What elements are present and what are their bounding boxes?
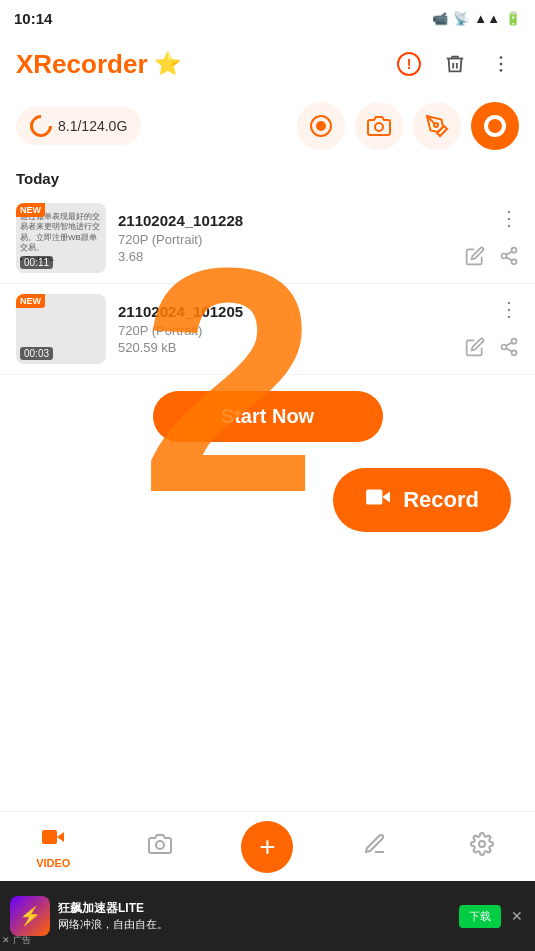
svg-point-5 [317,122,325,130]
svg-line-20 [506,342,512,345]
record-circle-btn[interactable] [471,102,519,150]
header-logo: XRecorder ⭐ [16,49,181,80]
storage-text: 8.1/124.0G [58,118,127,134]
recording-name-1: 21102024_101228 [118,212,453,229]
cast-icon: 📡 [453,11,469,26]
ad-download-button[interactable]: 下载 [459,905,501,928]
header-actions: ! [391,46,519,82]
camera-status-icon: 📹 [432,11,448,26]
record-camera-icon [365,484,391,516]
recording-quality-1: 720P (Portrait) [118,232,453,247]
nav-settings-icon [470,832,494,862]
camera-btn[interactable] [355,102,403,150]
recording-actions-2: ⋮ [465,297,519,362]
edit-icon-1[interactable] [465,246,485,271]
recording-size-1: 3.68 [118,249,453,264]
brush-btn[interactable] [413,102,461,150]
new-badge-2: NEW [16,294,45,308]
nav-item-settings[interactable] [457,832,507,862]
svg-point-11 [512,247,517,252]
recording-item: 通过做单表现最好的交易者来更明智地进行交易。立即注册WB跟单交易。• Broke… [0,193,535,284]
recording-size-2: 520.59 kB [118,340,453,355]
nav-video-label: VIDEO [36,857,70,869]
svg-marker-21 [383,492,391,503]
clapper-icon [53,312,69,347]
signal-icon: ▲▲ [474,11,500,26]
share-icon-1[interactable] [499,246,519,271]
svg-point-12 [502,253,507,258]
action-icons-2 [465,337,519,362]
record-area: Record [0,458,535,542]
svg-marker-23 [57,832,64,842]
recording-name-2: 21102024_101205 [118,303,453,320]
alert-button[interactable]: ! [391,46,427,82]
recording-thumb-2[interactable]: 00:03 NEW [16,294,106,364]
svg-point-18 [512,350,517,355]
ad-content: 狂飙加速器LITE 网络冲浪，自由自在。 [58,900,451,932]
trash-button[interactable] [437,46,473,82]
svg-point-7 [375,123,383,131]
svg-rect-22 [366,489,382,504]
nav-item-camera[interactable] [135,832,185,862]
share-icon-2[interactable] [499,337,519,362]
recording-actions-1: ⋮ [465,206,519,271]
header: XRecorder ⭐ ! [0,36,535,92]
premium-star-icon: ⭐ [154,51,181,77]
new-badge-1: NEW [16,203,45,217]
more-button[interactable] [483,46,519,82]
bottom-nav: VIDEO + [0,811,535,881]
controls-row: 8.1/124.0G [0,92,535,160]
svg-point-13 [512,259,517,264]
svg-rect-24 [42,830,57,844]
nav-item-edit[interactable] [350,832,400,862]
svg-point-16 [512,338,517,343]
ad-logo-icon: ⚡ [19,905,41,927]
svg-line-15 [506,251,512,254]
ad-close-button[interactable]: ✕ [509,906,525,926]
nav-edit-icon [363,832,387,862]
recording-quality-2: 720P (Portrait) [118,323,453,338]
svg-point-10 [488,119,502,133]
start-now-button[interactable]: Start Now [153,391,383,442]
svg-text:!: ! [407,56,412,72]
ad-right: 下载 [459,905,501,928]
storage-icon [25,110,56,141]
recording-info-2: 21102024_101205 720P (Portrait) 520.59 k… [118,303,453,355]
nav-add-button[interactable]: + [241,821,293,873]
more-options-1[interactable]: ⋮ [499,206,519,230]
video-record-btn[interactable] [297,102,345,150]
recording-item-2: 00:03 NEW 21102024_101205 720P (Portrait… [0,284,535,375]
battery-icon: 🔋 [505,11,521,26]
ad-banner: ⚡ 狂飙加速器LITE 网络冲浪，自由自在。 下载 ✕ ✕ 广告 [0,881,535,951]
status-bar: 10:14 📹 📡 ▲▲ 🔋 [0,0,535,36]
svg-point-4 [500,69,503,72]
nav-item-video[interactable]: VIDEO [28,825,78,869]
nav-add-icon: + [259,831,275,863]
ad-label: ✕ 广告 [2,934,31,947]
nav-camera-icon [148,832,172,862]
ad-logo: ⚡ [10,896,50,936]
storage-badge: 8.1/124.0G [16,107,141,145]
thumb-duration-2: 00:03 [20,347,53,360]
recording-thumb-1[interactable]: 通过做单表现最好的交易者来更明智地进行交易。立即注册WB跟单交易。• Broke… [16,203,106,273]
ad-title: 狂飙加速器LITE [58,900,451,917]
svg-point-3 [500,63,503,66]
nav-video-icon [41,825,65,855]
record-button[interactable]: Record [333,468,511,532]
recording-info-1: 21102024_101228 720P (Portrait) 3.68 [118,212,453,264]
start-now-container: Start Now [0,375,535,458]
edit-icon-2[interactable] [465,337,485,362]
svg-point-17 [502,344,507,349]
svg-point-26 [479,841,485,847]
svg-line-19 [506,348,512,351]
thumb-duration-1: 00:11 [20,256,53,269]
svg-line-14 [506,257,512,260]
action-icons-1 [465,246,519,271]
svg-point-2 [500,56,503,59]
svg-point-25 [156,841,164,849]
more-options-2[interactable]: ⋮ [499,297,519,321]
svg-point-8 [434,123,438,127]
ad-subtitle: 网络冲浪，自由自在。 [58,917,451,932]
status-icons: 📹 📡 ▲▲ 🔋 [432,11,521,26]
status-time: 10:14 [14,10,52,27]
